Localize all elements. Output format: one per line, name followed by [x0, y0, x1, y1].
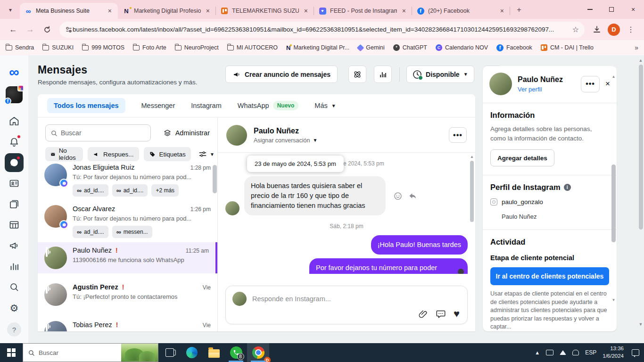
- tab-close-icon[interactable]: ×: [107, 7, 113, 15]
- file-explorer-taskbar-button[interactable]: [203, 343, 225, 362]
- sidebar-item-notifications[interactable]: [5, 132, 24, 151]
- heart-like-icon[interactable]: ♥: [454, 309, 460, 319]
- saved-replies-icon[interactable]: [436, 309, 446, 319]
- bookmark-trello[interactable]: CM - DAI | Trello: [541, 44, 594, 51]
- search-input[interactable]: [61, 129, 132, 137]
- sidebar-item-planner[interactable]: [5, 215, 24, 234]
- language-indicator[interactable]: ESP: [585, 349, 596, 356]
- instagram-username-row[interactable]: paulo_gonzalo: [490, 198, 609, 206]
- tag-pill[interactable]: ∞messen...: [112, 226, 152, 238]
- url-text[interactable]: business.facebook.com/latest/inbox/all/?…: [73, 26, 569, 33]
- browser-tab-telemarketing-suzuki[interactable]: TELEMARKETING SUZUKI y S ×: [216, 3, 314, 19]
- conversation-row-jonas[interactable]: Jonas Eliguieta Ruiz1:28 pm Tú: Por favo…: [38, 159, 217, 201]
- page-scrollbar-thumb[interactable]: [639, 65, 643, 230]
- tag-pill[interactable]: ∞ad_id....: [112, 184, 148, 197]
- info-icon[interactable]: i: [564, 184, 571, 191]
- tab-whatsapp[interactable]: WhatsAppNuevo: [238, 101, 299, 110]
- composer-input[interactable]: [252, 295, 461, 303]
- chat-more-button[interactable]: •••: [449, 127, 467, 143]
- tab-messenger[interactable]: Messenger: [141, 102, 175, 109]
- bookmark-calendario[interactable]: CCalendario NOV: [436, 44, 488, 51]
- task-view-button[interactable]: [158, 343, 181, 362]
- add-details-button[interactable]: Agregar detalles: [490, 149, 554, 166]
- panel-scrollbar-thumb[interactable]: [611, 165, 616, 242]
- bookmark-folder-suzuki[interactable]: SUZUKI: [42, 44, 74, 51]
- availability-dropdown[interactable]: Disponible ▼: [406, 66, 474, 83]
- new-tab-button[interactable]: +: [513, 4, 525, 16]
- conversation-row-agustin[interactable]: Agustin Perez!Vie Tú: ¡Perfecto! pronto …: [38, 279, 217, 310]
- bookmark-facebook[interactable]: fFacebook: [496, 44, 532, 51]
- bookmark-star-icon[interactable]: ☆: [572, 25, 579, 34]
- sidebar-item-content[interactable]: [5, 195, 24, 214]
- sidebar-item-ads[interactable]: [5, 236, 24, 255]
- start-button[interactable]: [0, 343, 23, 362]
- window-close-button[interactable]: ×: [622, 0, 644, 19]
- sidebar-item-home[interactable]: [5, 112, 24, 131]
- tab-search-chevron-icon[interactable]: ▾: [4, 3, 17, 16]
- bookmark-folder-sendra[interactable]: Sendra: [6, 44, 34, 51]
- taskbar-search-input[interactable]: [39, 349, 105, 356]
- lead-center-button[interactable]: Ir al centro de clientes potenciales: [490, 267, 609, 285]
- browser-tab-facebook[interactable]: f (20+) Facebook ×: [412, 3, 510, 19]
- forward-button[interactable]: →: [23, 22, 38, 37]
- url-bar[interactable]: business.facebook.com/latest/inbox/all/?…: [59, 22, 585, 38]
- downloads-button[interactable]: [590, 23, 604, 37]
- bookmarks-overflow-chevron[interactable]: »: [635, 44, 638, 51]
- tab-instagram[interactable]: Instagram: [191, 102, 221, 109]
- bookmark-gemini[interactable]: Gemini: [358, 44, 385, 51]
- assign-conversation-dropdown[interactable]: Asignar conversación▼: [254, 137, 317, 144]
- chat-scrollbar-thumb[interactable]: [470, 161, 474, 222]
- panel-scrollbar[interactable]: ▲ ▼: [611, 66, 617, 331]
- taskbar-search[interactable]: [23, 343, 158, 362]
- sidebar-item-contacts[interactable]: [5, 174, 24, 193]
- tray-wifi-icon[interactable]: [560, 350, 566, 355]
- outgoing-bubble[interactable]: Por favor dejanos tu número para poder c…: [309, 258, 468, 274]
- taskbar-clock[interactable]: 13:36 1/6/2024: [603, 345, 624, 360]
- panel-close-icon[interactable]: ×: [605, 79, 610, 89]
- tag-pill[interactable]: ∞ad_id....: [73, 184, 108, 197]
- meta-ai-button[interactable]: [348, 66, 366, 83]
- scroll-up-arrow[interactable]: ▲: [638, 58, 644, 63]
- tab-all-messages[interactable]: Todos los mensajes: [47, 98, 125, 113]
- scroll-up-arrow[interactable]: ▲: [470, 155, 474, 159]
- list-scrollbar-thumb[interactable]: [213, 165, 217, 193]
- conversation-row-oscar[interactable]: Oscar Alvarez1:26 pm Tú: Por favor dejan…: [38, 201, 217, 242]
- manage-button[interactable]: Administrar: [163, 129, 210, 137]
- help-button[interactable]: ?: [7, 322, 21, 337]
- chat-scrollbar[interactable]: ▲: [470, 155, 474, 272]
- conversation-row-paulo[interactable]: Paulo Nuñez!11:25 am 1139006166 me funci…: [38, 242, 217, 273]
- browser-tab-marketing-digital[interactable]: N Marketing Digital Profesiona ×: [118, 3, 216, 19]
- browser-tab-feed-instagram[interactable]: ♥ FEED - Post de Instagram ×: [314, 3, 412, 19]
- tray-security-icon[interactable]: [572, 350, 579, 355]
- page-scrollbar[interactable]: ▲ ▼: [638, 58, 644, 336]
- chevron-down-icon[interactable]: ▼: [210, 152, 215, 157]
- window-maximize-button[interactable]: [601, 0, 622, 19]
- back-button[interactable]: ←: [6, 22, 21, 37]
- tab-close-icon[interactable]: ×: [499, 7, 505, 15]
- site-settings-icon[interactable]: [65, 26, 73, 33]
- panel-more-button[interactable]: •••: [581, 76, 600, 92]
- reload-button[interactable]: [40, 22, 55, 37]
- whatsapp-taskbar-button[interactable]: 8: [225, 343, 247, 362]
- sidebar-item-search[interactable]: [5, 278, 24, 296]
- search-highlight-image[interactable]: [121, 344, 158, 362]
- panel-avatar[interactable]: [489, 73, 512, 95]
- insights-button[interactable]: [374, 66, 392, 83]
- bookmark-chatgpt[interactable]: *ChatGPT: [393, 44, 427, 51]
- tag-pill[interactable]: ∞ad_id....: [73, 226, 108, 238]
- bookmark-folder-neuroproject[interactable]: NeuroProject: [175, 44, 219, 51]
- tray-expand-chevron[interactable]: ▲: [535, 350, 540, 355]
- notification-center-icon[interactable]: [632, 349, 639, 356]
- view-profile-link[interactable]: Ver perfil: [518, 86, 563, 93]
- tab-close-icon[interactable]: ×: [401, 7, 407, 15]
- bookmark-folder-foto-arte[interactable]: Foto Arte: [133, 44, 166, 51]
- window-minimize-button[interactable]: [579, 0, 601, 19]
- tab-close-icon[interactable]: ×: [205, 7, 211, 15]
- bookmark-folder-mi-autocero[interactable]: MI AUTOCERO: [227, 44, 278, 51]
- chat-avatar[interactable]: [226, 125, 247, 146]
- sidebar-item-messages[interactable]: [5, 153, 24, 172]
- edge-taskbar-button[interactable]: [181, 343, 203, 362]
- bookmark-folder-999-motos[interactable]: 999 MOTOS: [82, 44, 124, 51]
- tab-close-icon[interactable]: ×: [303, 7, 309, 15]
- chrome-taskbar-button[interactable]: D: [247, 343, 269, 362]
